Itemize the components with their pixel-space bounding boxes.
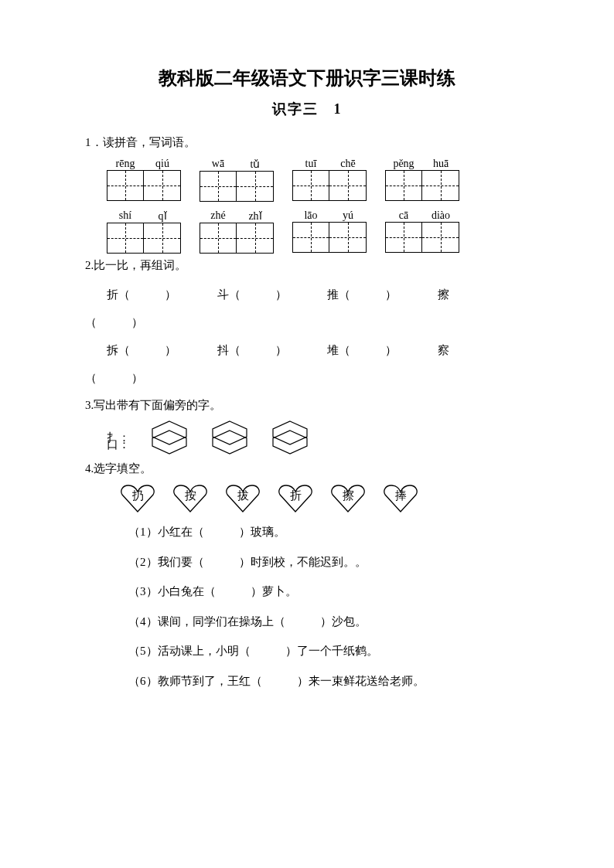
tianzi-box[interactable] — [385, 222, 422, 253]
pinyin: qǐ — [144, 209, 181, 223]
svg-marker-2 — [213, 421, 247, 444]
choice-char: 折 — [277, 488, 314, 503]
cmp-char: 折 — [107, 288, 118, 301]
pinyin: chē — [329, 158, 367, 170]
q4-item: （1）小红在（ ）玻璃。 — [128, 521, 529, 543]
heart-choice: 按 — [172, 484, 209, 513]
q4-choices: 扔 按 拔 折 擦 捧 — [119, 484, 529, 513]
pinyin-group: rēngqiú — [107, 158, 181, 202]
heart-choice: 捧 — [382, 484, 419, 513]
q1-label: 1．读拼音，写词语。 — [85, 135, 529, 150]
pinyin: diào — [422, 209, 459, 222]
tianzi-box[interactable] — [107, 170, 144, 201]
svg-marker-1 — [152, 431, 186, 454]
q2-label: 2.比一比，再组词。 — [85, 258, 529, 273]
svg-marker-5 — [273, 431, 307, 454]
q4-item: （2）我们要（ ）时到校，不能迟到。。 — [128, 551, 529, 574]
tianzi-box[interactable] — [237, 223, 274, 254]
pinyin: lāo — [292, 209, 329, 222]
cmp-char: 斗 — [217, 288, 229, 301]
heart-choice: 擦 — [329, 484, 367, 513]
q3-label: 3.写出带有下面偏旁的字。 — [85, 398, 529, 413]
tianzi-box[interactable] — [292, 222, 329, 253]
q4-item: （3）小白兔在（ ）萝卜。 — [128, 580, 529, 603]
hexagon-pair-icon — [148, 420, 190, 454]
tianzi-box[interactable] — [107, 223, 144, 254]
tianzi-box[interactable] — [329, 170, 367, 201]
cmp-char: 抖 — [217, 344, 229, 356]
worksheet-page: 教科版二年级语文下册识字三课时练 识字三 1 1．读拼音，写词语。 rēngqi… — [0, 0, 614, 730]
pinyin: wā — [200, 158, 237, 171]
hexagon-pair-icon — [269, 420, 311, 454]
q2-block: 折（ ） 斗（ ） 推（ ） 擦 （ ） 拆（ ） 抖（ ） 堆（ ） 察 （ … — [85, 281, 529, 392]
pinyin-group: lāoyú — [292, 209, 367, 254]
pinyin-group: shíqǐ — [107, 209, 181, 254]
svg-marker-3 — [213, 431, 247, 454]
pinyin-group: cādiào — [385, 209, 459, 254]
pinyin: tuī — [292, 158, 329, 170]
tianzi-box[interactable] — [144, 170, 181, 201]
tianzi-box[interactable] — [329, 222, 367, 253]
pinyin: pěng — [385, 158, 422, 170]
cmp-char: 察 — [438, 344, 449, 356]
choice-char: 捧 — [382, 488, 419, 503]
tianzi-box[interactable] — [144, 223, 181, 254]
pinyin-group: pěnghuā — [385, 158, 459, 202]
choice-char: 拔 — [224, 488, 261, 503]
tianzi-box[interactable] — [200, 171, 237, 202]
q1-row2: shíqǐ zhézhǐ lāoyú cādiào — [107, 209, 529, 254]
tianzi-box[interactable] — [422, 222, 459, 253]
heart-choice: 拔 — [224, 484, 261, 513]
pinyin-group: tuīchē — [292, 158, 367, 202]
cmp-char: 堆 — [327, 344, 339, 356]
cmp-char: 推 — [327, 288, 339, 301]
q1-row1: rēngqiú wātǔ tuīchē pěnghuā — [107, 158, 529, 202]
choice-char: 按 — [172, 488, 209, 503]
choice-char: 扔 — [119, 488, 156, 503]
pinyin-group: zhézhǐ — [200, 209, 274, 254]
tianzi-box[interactable] — [422, 170, 459, 201]
svg-marker-4 — [273, 421, 307, 444]
pinyin: huā — [422, 158, 459, 170]
svg-marker-0 — [152, 421, 186, 444]
tianzi-box[interactable] — [292, 170, 329, 201]
pinyin: shí — [107, 209, 144, 223]
pinyin: tǔ — [237, 158, 274, 171]
choice-char: 擦 — [329, 488, 367, 503]
heart-choice: 折 — [277, 484, 314, 513]
q4-label: 4.选字填空。 — [85, 461, 529, 476]
pinyin-group: wātǔ — [200, 158, 274, 202]
pinyin: yú — [329, 209, 367, 222]
pinyin: zhǐ — [237, 209, 274, 223]
q4-item: （6）教师节到了，王红（ ）来一束鲜花送给老师。 — [128, 670, 529, 693]
cmp-char: 擦 — [438, 288, 449, 301]
tianzi-box[interactable] — [200, 223, 237, 254]
q4-item: （5）活动课上，小明（ ）了一个千纸鹤。 — [128, 640, 529, 662]
page-subtitle: 识字三 1 — [85, 100, 529, 118]
pinyin: rēng — [107, 158, 144, 170]
page-title: 教科版二年级语文下册识字三课时练 — [85, 66, 529, 90]
tianzi-box[interactable] — [237, 171, 274, 202]
pinyin: zhé — [200, 209, 237, 223]
hexagon-pair-icon — [209, 420, 251, 454]
cmp-char: 拆 — [107, 344, 118, 356]
heart-choice: 扔 — [119, 484, 156, 513]
q4-item: （4）课间，同学们在操场上（ ）沙包。 — [128, 611, 529, 633]
tianzi-box[interactable] — [385, 170, 422, 201]
radical-label: 口： — [107, 437, 130, 452]
pinyin: cā — [385, 209, 422, 222]
pinyin: qiú — [144, 158, 181, 170]
